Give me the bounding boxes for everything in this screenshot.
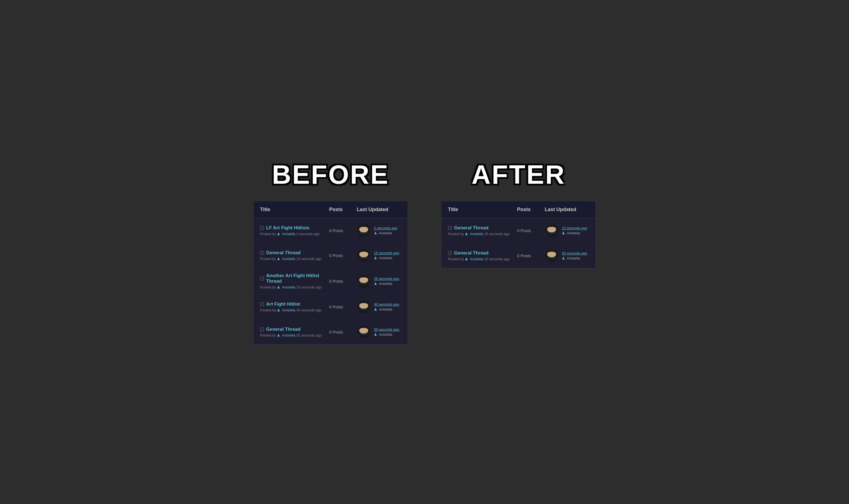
posted-by: Posted by ♟ Avistella 40 seconds ago (260, 308, 329, 312)
user-icon: ♟ (277, 333, 280, 337)
user-icon-small: ♟ (374, 256, 377, 260)
row-posts: 0 Posts (517, 253, 545, 258)
avatar (357, 300, 371, 314)
thread-checkbox[interactable] (260, 276, 264, 281)
update-info: 40 seconds ago ♟ Avistella (374, 302, 399, 311)
update-info: 55 seconds ago ♟ Avistella (562, 251, 587, 260)
thread-title-line: General Thread (448, 225, 517, 231)
user-icon-small: ♟ (374, 231, 377, 235)
thread-title-line: General Thread (260, 327, 329, 332)
thread-checkbox[interactable] (260, 226, 264, 230)
posted-by-user[interactable]: Avistella (282, 285, 295, 289)
update-time[interactable]: 2 seconds ago (374, 226, 397, 230)
row-posts: 0 Posts (517, 228, 545, 233)
thread-checkbox[interactable] (260, 251, 264, 255)
thread-title-link[interactable]: General Thread (266, 250, 301, 256)
update-time[interactable]: 15 seconds ago (374, 251, 399, 255)
row-last-updated: 40 seconds ago ♟ Avistella (357, 300, 401, 314)
row-last-updated: 55 seconds ago ♟ Avistella (357, 325, 401, 339)
user-icon-small: ♟ (374, 282, 377, 286)
row-title-col: Art Fight Hitlist Posted by ♟ Avistella … (260, 302, 329, 312)
main-container: BEFORE Title Posts Last Updated LF Art F… (0, 143, 849, 361)
row-posts: 0 Posts (329, 279, 357, 284)
table-row: Another Art Fight Hitlist Thread Posted … (253, 268, 408, 294)
after-table-header: Title Posts Last Updated (441, 201, 596, 218)
thread-title-link[interactable]: General Thread (454, 250, 489, 256)
after-table: Title Posts Last Updated General Thread … (441, 201, 596, 268)
avatar (545, 224, 559, 238)
thread-title-link[interactable]: LF Art Fight Hitlists (266, 225, 309, 231)
posted-by: Posted by ♟ Avistella 25 seconds ago (260, 285, 329, 289)
user-icon: ♟ (465, 232, 468, 236)
posted-by-user[interactable]: Avistella (282, 308, 295, 312)
row-title-col: General Thread Posted by ♟ Avistella 55 … (260, 327, 329, 337)
table-row: Art Fight Hitlist Posted by ♟ Avistella … (253, 294, 408, 320)
update-time[interactable]: 55 seconds ago (374, 327, 399, 331)
posted-by-user[interactable]: Avistella (282, 333, 295, 337)
thread-checkbox[interactable] (260, 302, 264, 306)
col-posts-header: Posts (329, 207, 357, 213)
avatar (357, 249, 371, 263)
row-title-col: General Thread Posted by ♟ Avistella 15 … (448, 225, 517, 236)
update-time[interactable]: 15 seconds ago (562, 226, 587, 230)
update-user: ♟ Avistella (374, 231, 397, 235)
update-info: 55 seconds ago ♟ Avistella (374, 327, 399, 337)
update-user: ♟ Avistella (374, 332, 399, 337)
row-last-updated: 15 seconds ago ♟ Avistella (545, 224, 589, 238)
thread-checkbox[interactable] (260, 327, 264, 331)
posted-by: Posted by ♟ Avistella 55 seconds ago (260, 333, 329, 337)
posted-by-user[interactable]: Avistella (470, 232, 483, 236)
posted-by-user[interactable]: Avistella (282, 232, 295, 236)
row-last-updated: 25 seconds ago ♟ Avistella (357, 274, 401, 288)
update-user: ♟ Avistella (374, 256, 399, 260)
update-user: ♟ Avistella (374, 307, 399, 311)
row-posts: 0 Posts (329, 228, 357, 233)
before-table: Title Posts Last Updated LF Art Fight Hi… (253, 201, 408, 345)
update-user: ♟ Avistella (562, 256, 587, 260)
col-title-header: Title (260, 207, 329, 213)
col-posts-header: Posts (517, 207, 545, 213)
table-row: General Thread Posted by ♟ Avistella 55 … (441, 243, 596, 268)
update-time[interactable]: 55 seconds ago (562, 251, 587, 255)
user-icon-small: ♟ (374, 307, 377, 311)
after-label: AFTER (471, 159, 565, 190)
row-last-updated: 55 seconds ago ♟ Avistella (545, 249, 589, 263)
user-icon: ♟ (277, 257, 280, 261)
thread-title-link[interactable]: Another Art Fight Hitlist Thread (266, 273, 329, 284)
thread-title-line: LF Art Fight Hitlists (260, 225, 329, 231)
posted-by-user[interactable]: Avistella (470, 257, 483, 261)
update-time[interactable]: 40 seconds ago (374, 302, 399, 306)
avatar (545, 249, 559, 263)
thread-checkbox[interactable] (448, 251, 452, 255)
update-info: 2 seconds ago ♟ Avistella (374, 226, 397, 235)
user-icon-small: ♟ (562, 231, 565, 235)
row-last-updated: 2 seconds ago ♟ Avistella (357, 224, 401, 238)
thread-title-link[interactable]: General Thread (266, 327, 301, 332)
table-row: General Thread Posted by ♟ Avistella 15 … (441, 218, 596, 243)
col-title-header: Title (448, 207, 517, 213)
thread-title-line: General Thread (260, 250, 329, 256)
update-info: 15 seconds ago ♟ Avistella (562, 226, 587, 235)
thread-title-link[interactable]: General Thread (454, 225, 489, 231)
update-time[interactable]: 25 seconds ago (374, 276, 399, 281)
thread-checkbox[interactable] (448, 226, 452, 230)
table-row: LF Art Fight Hitlists Posted by ♟ Aviste… (253, 218, 408, 243)
user-icon-small: ♟ (374, 332, 377, 337)
thread-title-line: Art Fight Hitlist (260, 302, 329, 307)
avatar (357, 224, 371, 238)
update-info: 15 seconds ago ♟ Avistella (374, 251, 399, 260)
before-section: BEFORE Title Posts Last Updated LF Art F… (253, 159, 408, 345)
row-last-updated: 15 seconds ago ♟ Avistella (357, 249, 401, 263)
posted-by-user[interactable]: Avistella (282, 257, 295, 261)
row-posts: 0 Posts (329, 305, 357, 309)
table-row: General Thread Posted by ♟ Avistella 15 … (253, 243, 408, 268)
col-last-updated-header: Last Updated (357, 207, 401, 213)
thread-title-line: Another Art Fight Hitlist Thread (260, 273, 329, 284)
user-icon: ♟ (277, 232, 280, 236)
posted-by: Posted by ♟ Avistella 15 seconds ago (260, 257, 329, 261)
thread-title-link[interactable]: Art Fight Hitlist (266, 302, 300, 307)
row-title-col: LF Art Fight Hitlists Posted by ♟ Aviste… (260, 225, 329, 236)
row-title-col: General Thread Posted by ♟ Avistella 15 … (260, 250, 329, 261)
row-posts: 0 Posts (329, 253, 357, 258)
row-posts: 0 Posts (329, 330, 357, 334)
